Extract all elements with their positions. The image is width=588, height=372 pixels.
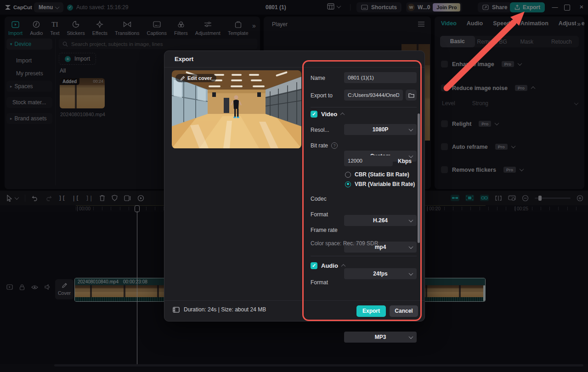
tab-label: Template <box>228 30 249 36</box>
media-filter-all[interactable]: All <box>60 68 66 74</box>
playhead[interactable] <box>135 205 140 364</box>
sidebar-item-spaces[interactable]: ▸ Spaces <box>6 81 52 92</box>
relight-row: Relight Pro <box>441 120 498 127</box>
cover-button[interactable]: Cover <box>55 279 74 299</box>
relight-checkbox[interactable] <box>441 120 448 127</box>
media-tabs-overflow[interactable]: » <box>252 22 256 29</box>
media-search[interactable] <box>59 39 257 49</box>
tab-effects[interactable]: Effects <box>92 20 107 36</box>
account-chip[interactable]: W W...0 Join Pro <box>406 2 462 12</box>
inspector-tabs-overflow[interactable]: » <box>576 20 582 28</box>
clip-name-label: 202408010840.mp4 <box>78 279 119 284</box>
chevron-down-icon[interactable] <box>15 195 19 200</box>
zoom-slider-handle[interactable] <box>538 196 542 201</box>
timeline-scrollbar[interactable] <box>54 364 583 366</box>
edit-cover-label: Edit cover <box>187 75 212 81</box>
section-label: Auto reframe <box>452 144 488 150</box>
media-clip-name: 202408010840.mp4 <box>60 112 105 117</box>
split-right-icon[interactable]: ]| <box>85 195 93 202</box>
tab-captions[interactable]: Captions <box>147 20 166 36</box>
sidebar-item-import[interactable]: Import <box>6 54 52 67</box>
freeze-frame-icon[interactable] <box>137 195 144 202</box>
tab-stickers[interactable]: Stickers <box>67 20 85 36</box>
layout-icon <box>327 3 334 10</box>
sidebar-item-device[interactable]: ▾ Device <box>6 39 52 50</box>
tab-adjustment[interactable]: Adjustment <box>195 20 220 36</box>
chevron-down-icon[interactable] <box>574 101 579 105</box>
audio-format-select[interactable]: MP3 <box>344 332 417 343</box>
auto-reframe-row: Auto reframe Pro <box>441 143 515 150</box>
split-icon[interactable]: ][ <box>58 195 66 202</box>
subtab-remove-bg[interactable]: Remove BG <box>475 39 510 45</box>
layout-switcher[interactable] <box>327 3 340 10</box>
player-menu-icon[interactable] <box>418 22 424 27</box>
tab-template[interactable]: Template <box>228 20 249 36</box>
export-button[interactable]: Export <box>510 2 545 12</box>
shortcuts-button[interactable]: Shortcuts <box>356 2 401 12</box>
subtab-retouch[interactable]: Retouch <box>544 39 579 45</box>
tab-filters[interactable]: Filters <box>174 20 188 36</box>
magnet-icon[interactable] <box>451 195 459 201</box>
mute-track-icon[interactable] <box>45 284 51 290</box>
sidebar-item-brand[interactable]: ▸ Brand assets <box>6 113 52 124</box>
split-left-icon[interactable]: |[ <box>72 195 79 202</box>
tab-import[interactable]: Import <box>8 20 23 36</box>
tab-animation[interactable]: Animation <box>520 20 548 27</box>
chevron-up-icon[interactable] <box>531 86 535 91</box>
share-button[interactable]: Share <box>478 2 512 12</box>
mask-icon[interactable] <box>112 195 118 201</box>
split-preview-icon[interactable] <box>495 195 502 201</box>
caret-right-icon: ▸ <box>10 84 12 89</box>
tab-audio[interactable]: Audio <box>467 20 483 27</box>
zoom-in-icon[interactable] <box>577 195 583 202</box>
media-thumbnail[interactable]: Added 00:24 <box>60 78 105 108</box>
overlay-icon[interactable] <box>124 195 131 201</box>
captions-tab-icon <box>153 20 161 28</box>
enhance-image-checkbox[interactable] <box>441 61 448 68</box>
remove-flickers-checkbox[interactable] <box>441 166 448 173</box>
redo-icon[interactable] <box>45 195 52 201</box>
search-input[interactable] <box>71 39 254 49</box>
sidebar-item-my-presets[interactable]: My presets <box>6 67 52 81</box>
undo-icon[interactable] <box>32 195 39 201</box>
chevron-down-icon[interactable] <box>517 61 522 66</box>
export-label: Export <box>523 4 540 11</box>
chevron-down-icon[interactable] <box>519 167 524 171</box>
tab-video[interactable]: Video <box>441 20 457 27</box>
subtab-basic[interactable]: Basic <box>440 36 475 47</box>
tab-transitions[interactable]: Transitions <box>115 20 139 36</box>
pro-badge: Pro <box>502 61 514 67</box>
lock-icon[interactable] <box>19 284 25 290</box>
search-icon <box>62 41 68 47</box>
maximize-button[interactable] <box>564 5 570 11</box>
edit-cover-button[interactable]: Edit cover <box>175 74 216 82</box>
join-pro-button[interactable]: Join Pro <box>433 3 460 11</box>
tab-label: Stickers <box>67 30 85 36</box>
chevron-down-icon[interactable] <box>495 121 499 125</box>
timeline-zoom-slider[interactable] <box>535 197 571 199</box>
chevron-down-icon[interactable] <box>511 144 515 148</box>
subtab-mask[interactable]: Mask <box>509 39 544 45</box>
clip-right-handle[interactable] <box>483 285 485 301</box>
timeline-view-icon[interactable] <box>508 195 516 201</box>
zoom-out-icon[interactable] <box>522 195 529 202</box>
level-value-select[interactable]: Strong <box>472 100 488 107</box>
link-icon[interactable] <box>480 195 489 201</box>
tab-text[interactable]: TI Text <box>50 20 59 36</box>
sidebar-item-stock[interactable]: Stock mater... <box>6 97 52 108</box>
minimize-button[interactable]: — <box>550 4 560 11</box>
import-tab-icon <box>11 20 19 28</box>
auto-reframe-checkbox[interactable] <box>441 143 448 150</box>
auto-snap-icon[interactable] <box>465 195 474 201</box>
media-import-button[interactable]: + Import <box>59 53 96 65</box>
select-tool-icon[interactable] <box>6 195 12 202</box>
tab-audio[interactable]: Audio <box>30 20 43 36</box>
delete-icon[interactable] <box>99 195 105 201</box>
export-info-label: Duration: 24s | Size: about 24 MB <box>184 306 266 313</box>
reduce-noise-checkbox[interactable] <box>441 85 448 91</box>
menu-button[interactable]: Menu <box>34 2 63 12</box>
titlebar: CapCut Menu ✓ Auto saved: 15:16:29 0801 … <box>0 0 588 15</box>
tab-speed[interactable]: Speed <box>493 20 510 27</box>
hide-track-icon[interactable] <box>31 285 38 290</box>
close-button[interactable]: × <box>577 3 586 11</box>
